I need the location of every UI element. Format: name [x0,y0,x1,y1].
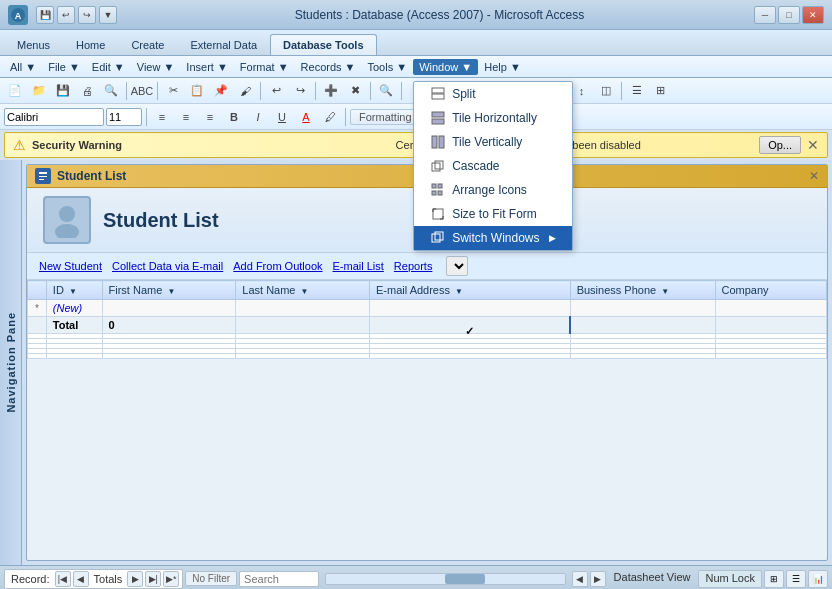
window-dropdown-menu: Split Tile Horizontally [413,81,573,251]
cell-ln-new[interactable] [236,300,370,317]
format-painter-btn[interactable]: 🖌 [234,81,256,101]
col-header-phone[interactable]: Business Phone ▼ [570,281,715,300]
menu-size-to-fit[interactable]: Size to Fit Form [414,202,572,226]
menu-format[interactable]: Format ▼ [234,59,295,75]
last-record-button[interactable]: ▶| [145,571,161,587]
cell-company-new[interactable] [715,300,827,317]
data-table-container[interactable]: ID ▼ First Name ▼ Last Name ▼ [27,280,827,359]
col-header-lastname[interactable]: Last Name ▼ [236,281,370,300]
menu-switch-windows[interactable]: Switch Windows ▶ [414,226,572,250]
tab-create[interactable]: Create [118,34,177,55]
first-record-button[interactable]: |◀ [55,571,71,587]
print-preview-btn[interactable]: 🔍 [100,81,122,101]
tab-menus[interactable]: Menus [4,34,63,55]
font-color-btn[interactable]: A [295,107,317,127]
menu-split[interactable]: Split [414,82,572,106]
col-header-firstname[interactable]: First Name ▼ [102,281,236,300]
menu-help[interactable]: Help ▼ [478,59,527,75]
highlight-btn[interactable]: 🖊 [319,107,341,127]
prev-record-button[interactable]: ◀ [73,571,89,587]
next-record-button[interactable]: ▶ [127,571,143,587]
email-list-link[interactable]: E-mail List [329,260,388,272]
col-header-email[interactable]: E-mail Address ▼ [370,281,571,300]
search-input[interactable] [239,571,319,587]
dropdown-qa-button[interactable]: ▼ [99,6,117,24]
menu-view[interactable]: View ▼ [131,59,181,75]
align-left-btn[interactable]: ≡ [151,107,173,127]
save-btn[interactable]: 💾 [52,81,74,101]
collect-data-link[interactable]: Collect Data via E-mail [108,260,227,272]
undo-qa-button[interactable]: ↩ [57,6,75,24]
extra-btn[interactable]: ⊞ [650,81,672,101]
bold-btn[interactable]: B [223,107,245,127]
student-table: ID ▼ First Name ▼ Last Name ▼ [27,280,827,359]
cell-id-new[interactable]: (New) [46,300,102,317]
security-options-button[interactable]: Op... [759,136,801,154]
col-header-company[interactable]: Company [715,281,827,300]
redo-btn[interactable]: ↪ [289,81,311,101]
print-btn[interactable]: 🖨 [76,81,98,101]
align-right-btn[interactable]: ≡ [199,107,221,127]
new-record-button[interactable]: ▶* [163,571,179,587]
minimize-button[interactable]: ─ [754,6,776,24]
scroll-right-button[interactable]: ▶ [590,571,606,587]
cell-total-phone[interactable] [570,317,715,334]
menu-edit[interactable]: Edit ▼ [86,59,131,75]
add-from-outlook-link[interactable]: Add From Outlook [229,260,326,272]
tab-database-tools[interactable]: Database Tools [270,34,377,55]
menu-cascade[interactable]: Cascade [414,154,572,178]
menu-tile-horizontally[interactable]: Tile Horizontally [414,106,572,130]
new-record-link[interactable]: (New) [53,302,82,314]
insert-row-btn[interactable]: ➕ [320,81,342,101]
italic-btn[interactable]: I [247,107,269,127]
navigation-pane[interactable]: Navigation Pane [0,160,22,565]
align-center-btn[interactable]: ≡ [175,107,197,127]
horizontal-scrollbar[interactable] [325,573,566,585]
redo-qa-button[interactable]: ↪ [78,6,96,24]
menu-insert[interactable]: Insert ▼ [180,59,233,75]
menu-records[interactable]: Records ▼ [295,59,362,75]
group-btn[interactable]: ◫ [595,81,617,101]
new-btn[interactable]: 📄 [4,81,26,101]
col-header-id[interactable]: ID ▼ [46,281,102,300]
tab-external-data[interactable]: External Data [177,34,270,55]
no-filter-button[interactable]: No Filter [185,571,237,586]
spell-check-btn[interactable]: ABC [131,81,153,101]
sort-arrow-id: ▼ [69,287,77,296]
menu-all[interactable]: All ▼ [4,59,42,75]
cell-fn-new[interactable] [102,300,236,317]
app-icon: A [8,5,28,25]
font-size-selector[interactable] [106,108,142,126]
security-close-button[interactable]: ✕ [807,137,819,153]
status-icon-3[interactable]: 📊 [808,570,828,588]
copy-btn[interactable]: 📋 [186,81,208,101]
status-icon-2[interactable]: ☰ [786,570,806,588]
underline-btn[interactable]: U [271,107,293,127]
find-btn[interactable]: 🔍 [375,81,397,101]
menu-tile-vertically[interactable]: Tile Vertically [414,130,572,154]
maximize-button[interactable]: □ [778,6,800,24]
menu-file[interactable]: File ▼ [42,59,86,75]
save-qa-button[interactable]: 💾 [36,6,54,24]
reports-link[interactable]: Reports [390,260,437,272]
menu-arrange-icons[interactable]: Arrange Icons [414,178,572,202]
cut-btn[interactable]: ✂ [162,81,184,101]
cell-phone-new[interactable] [570,300,715,317]
menu-window[interactable]: Window ▼ Split Tile H [413,59,478,75]
status-icon-1[interactable]: ⊞ [764,570,784,588]
close-button[interactable]: ✕ [802,6,824,24]
font-selector[interactable] [4,108,104,126]
tab-home[interactable]: Home [63,34,118,55]
paste-btn[interactable]: 📌 [210,81,232,101]
cell-email-new[interactable] [370,300,571,317]
student-window-close-button[interactable]: ✕ [809,169,819,183]
new-student-link[interactable]: New Student [35,260,106,272]
undo-btn[interactable]: ↩ [265,81,287,101]
scroll-left-button[interactable]: ◀ [572,571,588,587]
sort-btn[interactable]: ↕ [571,81,593,101]
open-btn[interactable]: 📁 [28,81,50,101]
view-btn[interactable]: ☰ [626,81,648,101]
view-selector[interactable] [446,256,468,276]
delete-row-btn[interactable]: ✖ [344,81,366,101]
menu-tools[interactable]: Tools ▼ [362,59,414,75]
